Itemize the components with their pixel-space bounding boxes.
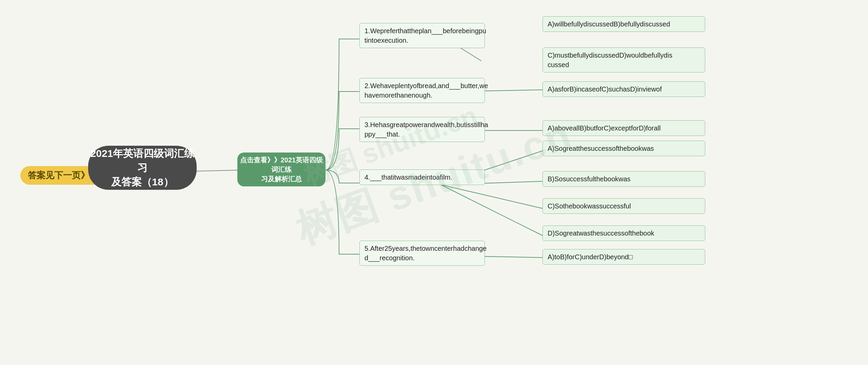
question-4-option-b: B)Sosuccessfulthebookwas (542, 171, 705, 187)
svg-line-1 (197, 170, 237, 171)
question-3: 3.Hehasgreatpowerandwealth,butisstillhap… (359, 117, 485, 142)
question-3-option: A)aboveallB)butforC)exceptforD)forall (542, 120, 705, 136)
mindmap-container: 树图 shuitu.cn 树图 shuitu.cn 答案见下一 (0, 0, 868, 365)
central-node: 2021年英语四级词汇练习 及答案（18） (88, 146, 197, 190)
question-4-option-a: A)Sogreatthesuccessofthebookwas (542, 141, 705, 156)
question-2-option: A)asforB)incaseofC)suchasD)inviewof (542, 81, 705, 97)
question-2: 2.Wehaveplentyofbread,and___butter,wehav… (359, 78, 485, 103)
middle-node[interactable]: 点击查看》》2021英语四级词汇练 习及解析汇总 (237, 153, 326, 186)
question-1-option-a: A)willbefullydiscussedB)befullydiscussed (542, 16, 705, 32)
question-4-option-c: C)Sothebookwassuccessful (542, 198, 705, 214)
svg-line-9 (441, 185, 542, 236)
svg-line-8 (441, 185, 542, 208)
question-5: 5.After25years,thetowncenterhadchanged__… (359, 241, 485, 266)
question-5-option: A)toB)forC)underD)beyond□ (542, 249, 705, 265)
question-4: 4.___thatitwasmadeintoafilm. (359, 169, 485, 185)
question-1: 1.Wepreferthattheplan___beforebeingputin… (359, 23, 485, 48)
question-1-option-c: C)mustbefullydiscussedD)wouldbefullydisc… (542, 47, 705, 73)
question-4-option-d: D)Sogreatwasthesuccessofthebook (542, 225, 705, 241)
